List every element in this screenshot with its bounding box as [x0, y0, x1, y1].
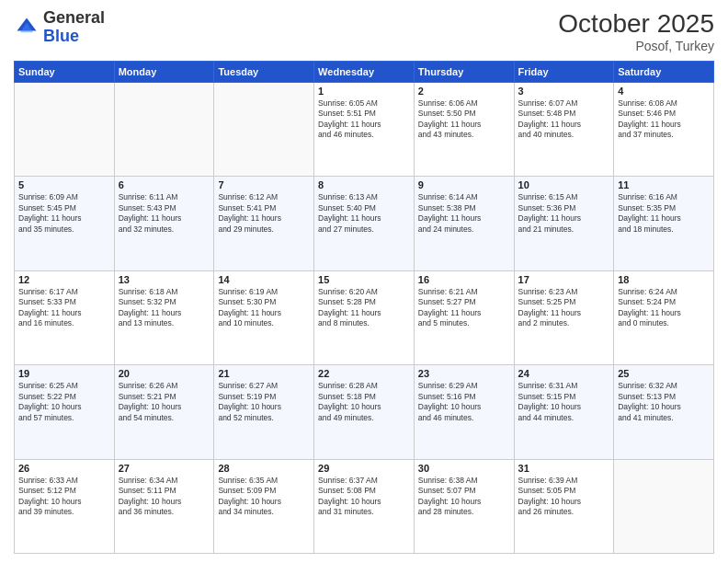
calendar-cell: 16Sunrise: 6:21 AM Sunset: 5:27 PM Dayli…	[414, 270, 514, 364]
calendar-cell: 2Sunrise: 6:06 AM Sunset: 5:50 PM Daylig…	[414, 83, 514, 177]
calendar-cell: 31Sunrise: 6:39 AM Sunset: 5:05 PM Dayli…	[514, 459, 614, 553]
calendar-cell: 5Sunrise: 6:09 AM Sunset: 5:45 PM Daylig…	[15, 177, 115, 270]
calendar-cell: 22Sunrise: 6:28 AM Sunset: 5:18 PM Dayli…	[314, 365, 415, 459]
day-number: 20	[119, 368, 210, 379]
cell-info: Sunrise: 6:38 AM Sunset: 5:07 PM Dayligh…	[418, 476, 510, 518]
day-number: 6	[119, 179, 210, 190]
cell-info: Sunrise: 6:26 AM Sunset: 5:21 PM Dayligh…	[119, 381, 210, 423]
day-number: 9	[418, 179, 510, 190]
calendar-week-row: 26Sunrise: 6:33 AM Sunset: 5:12 PM Dayli…	[15, 459, 714, 553]
day-number: 7	[218, 179, 310, 190]
calendar-cell: 24Sunrise: 6:31 AM Sunset: 5:15 PM Dayli…	[514, 365, 614, 459]
cell-info: Sunrise: 6:16 AM Sunset: 5:35 PM Dayligh…	[618, 192, 710, 235]
calendar-header-cell: Sunday	[15, 62, 115, 83]
day-number: 2	[418, 86, 510, 97]
calendar-header-cell: Saturday	[614, 62, 714, 83]
calendar-cell: 15Sunrise: 6:20 AM Sunset: 5:28 PM Dayli…	[314, 270, 415, 364]
day-number: 4	[618, 86, 710, 97]
calendar-cell: 27Sunrise: 6:34 AM Sunset: 5:11 PM Dayli…	[114, 459, 214, 553]
day-number: 5	[18, 179, 110, 190]
cell-info: Sunrise: 6:27 AM Sunset: 5:19 PM Dayligh…	[218, 381, 310, 423]
calendar-cell: 14Sunrise: 6:19 AM Sunset: 5:30 PM Dayli…	[214, 270, 314, 364]
calendar-header-cell: Monday	[114, 62, 214, 83]
calendar-cell: 7Sunrise: 6:12 AM Sunset: 5:41 PM Daylig…	[214, 177, 314, 270]
calendar-cell: 12Sunrise: 6:17 AM Sunset: 5:33 PM Dayli…	[15, 270, 115, 364]
calendar-table: SundayMondayTuesdayWednesdayThursdayFrid…	[14, 61, 714, 554]
day-number: 1	[318, 86, 410, 97]
title-block: October 2025 Posof, Turkey	[558, 9, 714, 53]
calendar-cell: 4Sunrise: 6:08 AM Sunset: 5:46 PM Daylig…	[614, 83, 714, 177]
location: Posof, Turkey	[558, 39, 714, 53]
cell-info: Sunrise: 6:39 AM Sunset: 5:05 PM Dayligh…	[518, 476, 610, 518]
cell-info: Sunrise: 6:11 AM Sunset: 5:43 PM Dayligh…	[119, 192, 210, 235]
calendar-cell: 6Sunrise: 6:11 AM Sunset: 5:43 PM Daylig…	[114, 177, 214, 270]
day-number: 29	[318, 463, 410, 474]
calendar-cell: 28Sunrise: 6:35 AM Sunset: 5:09 PM Dayli…	[214, 459, 314, 553]
day-number: 13	[119, 274, 210, 285]
calendar-cell: 23Sunrise: 6:29 AM Sunset: 5:16 PM Dayli…	[414, 365, 514, 459]
cell-info: Sunrise: 6:18 AM Sunset: 5:32 PM Dayligh…	[119, 287, 210, 329]
day-number: 16	[418, 274, 510, 285]
cell-info: Sunrise: 6:29 AM Sunset: 5:16 PM Dayligh…	[418, 381, 510, 423]
day-number: 19	[18, 368, 110, 379]
calendar-cell	[214, 83, 314, 177]
cell-info: Sunrise: 6:08 AM Sunset: 5:46 PM Dayligh…	[618, 98, 710, 141]
calendar-week-row: 1Sunrise: 6:05 AM Sunset: 5:51 PM Daylig…	[15, 83, 714, 177]
calendar-header-cell: Tuesday	[214, 62, 314, 83]
logo-text: General Blue	[43, 9, 105, 46]
cell-info: Sunrise: 6:07 AM Sunset: 5:48 PM Dayligh…	[518, 98, 610, 141]
cell-info: Sunrise: 6:06 AM Sunset: 5:50 PM Dayligh…	[418, 98, 510, 141]
calendar-week-row: 5Sunrise: 6:09 AM Sunset: 5:45 PM Daylig…	[15, 177, 714, 270]
calendar-cell: 30Sunrise: 6:38 AM Sunset: 5:07 PM Dayli…	[414, 459, 514, 553]
day-number: 22	[318, 368, 410, 379]
cell-info: Sunrise: 6:35 AM Sunset: 5:09 PM Dayligh…	[218, 476, 310, 518]
cell-info: Sunrise: 6:32 AM Sunset: 5:13 PM Dayligh…	[618, 381, 710, 423]
calendar-body: 1Sunrise: 6:05 AM Sunset: 5:51 PM Daylig…	[15, 83, 714, 554]
day-number: 21	[218, 368, 310, 379]
cell-info: Sunrise: 6:20 AM Sunset: 5:28 PM Dayligh…	[318, 287, 410, 329]
calendar-cell	[114, 83, 214, 177]
cell-info: Sunrise: 6:05 AM Sunset: 5:51 PM Dayligh…	[318, 98, 410, 141]
cell-info: Sunrise: 6:23 AM Sunset: 5:25 PM Dayligh…	[518, 287, 610, 329]
cell-info: Sunrise: 6:24 AM Sunset: 5:24 PM Dayligh…	[618, 287, 710, 329]
calendar-cell: 9Sunrise: 6:14 AM Sunset: 5:38 PM Daylig…	[414, 177, 514, 270]
calendar-header-cell: Friday	[514, 62, 614, 83]
calendar-cell: 17Sunrise: 6:23 AM Sunset: 5:25 PM Dayli…	[514, 270, 614, 364]
day-number: 11	[618, 179, 710, 190]
day-number: 10	[518, 179, 610, 190]
logo: General Blue	[14, 9, 105, 46]
calendar-cell: 1Sunrise: 6:05 AM Sunset: 5:51 PM Daylig…	[314, 83, 415, 177]
calendar-cell: 20Sunrise: 6:26 AM Sunset: 5:21 PM Dayli…	[114, 365, 214, 459]
cell-info: Sunrise: 6:15 AM Sunset: 5:36 PM Dayligh…	[518, 192, 610, 235]
cell-info: Sunrise: 6:13 AM Sunset: 5:40 PM Dayligh…	[318, 192, 410, 235]
calendar-header-cell: Wednesday	[314, 62, 415, 83]
cell-info: Sunrise: 6:21 AM Sunset: 5:27 PM Dayligh…	[418, 287, 510, 329]
calendar-cell: 26Sunrise: 6:33 AM Sunset: 5:12 PM Dayli…	[15, 459, 115, 553]
cell-info: Sunrise: 6:31 AM Sunset: 5:15 PM Dayligh…	[518, 381, 610, 423]
day-number: 12	[18, 274, 110, 285]
calendar-header-cell: Thursday	[414, 62, 514, 83]
logo-icon	[14, 15, 40, 40]
cell-info: Sunrise: 6:19 AM Sunset: 5:30 PM Dayligh…	[218, 287, 310, 329]
calendar-cell: 29Sunrise: 6:37 AM Sunset: 5:08 PM Dayli…	[314, 459, 415, 553]
day-number: 28	[218, 463, 310, 474]
calendar-week-row: 12Sunrise: 6:17 AM Sunset: 5:33 PM Dayli…	[15, 270, 714, 364]
calendar-cell: 8Sunrise: 6:13 AM Sunset: 5:40 PM Daylig…	[314, 177, 415, 270]
calendar-header-row: SundayMondayTuesdayWednesdayThursdayFrid…	[15, 62, 714, 83]
logo-general: General	[43, 8, 105, 27]
day-number: 30	[418, 463, 510, 474]
calendar-cell: 21Sunrise: 6:27 AM Sunset: 5:19 PM Dayli…	[214, 365, 314, 459]
day-number: 27	[119, 463, 210, 474]
day-number: 23	[418, 368, 510, 379]
cell-info: Sunrise: 6:12 AM Sunset: 5:41 PM Dayligh…	[218, 192, 310, 235]
day-number: 14	[218, 274, 310, 285]
day-number: 25	[618, 368, 710, 379]
day-number: 24	[518, 368, 610, 379]
calendar-cell	[614, 459, 714, 553]
cell-info: Sunrise: 6:33 AM Sunset: 5:12 PM Dayligh…	[18, 476, 110, 518]
calendar-cell: 3Sunrise: 6:07 AM Sunset: 5:48 PM Daylig…	[514, 83, 614, 177]
calendar-cell: 10Sunrise: 6:15 AM Sunset: 5:36 PM Dayli…	[514, 177, 614, 270]
calendar-cell	[15, 83, 115, 177]
day-number: 17	[518, 274, 610, 285]
cell-info: Sunrise: 6:09 AM Sunset: 5:45 PM Dayligh…	[18, 192, 110, 235]
